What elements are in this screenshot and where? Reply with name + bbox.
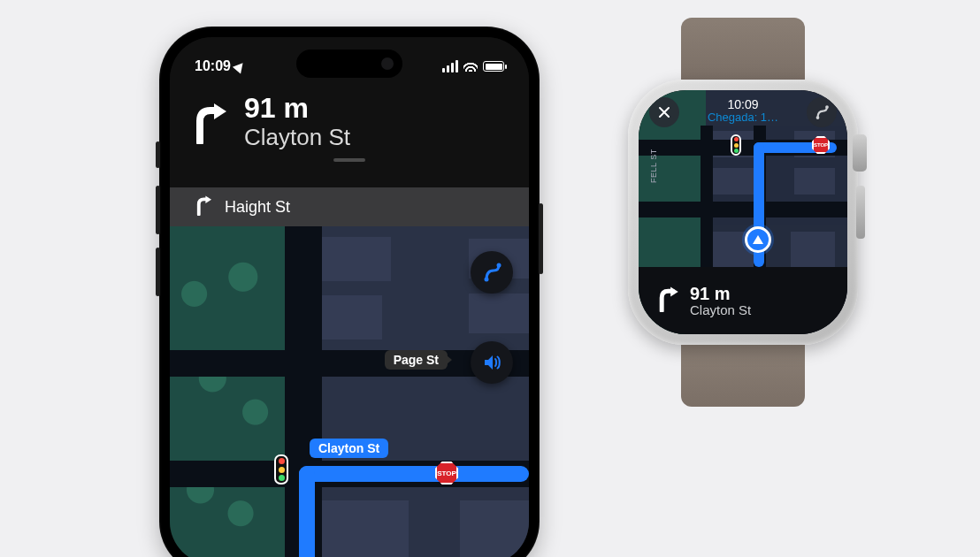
- watch-case: STOP FELL ST 10:09 Chegada: 1…: [628, 80, 858, 345]
- route-line: [299, 466, 529, 482]
- phone-side-button: [156, 141, 160, 168]
- audio-button[interactable]: [471, 341, 513, 384]
- watch-direction-street: Clayton St: [690, 302, 751, 317]
- phone-power-button: [539, 203, 543, 274]
- user-location-puck: [745, 226, 771, 253]
- phone-screen: 10:09 91 m Clayton St: [170, 37, 529, 557]
- watch-band: [681, 18, 805, 80]
- stop-sign-icon: STOP: [435, 462, 458, 485]
- traffic-light-icon: [274, 454, 288, 485]
- route-overview-button[interactable]: [807, 97, 837, 127]
- watch-side-button: [856, 186, 865, 239]
- stop-sign-icon: STOP: [812, 136, 830, 154]
- watch-time: 10:09: [708, 97, 778, 111]
- iphone-device: 10:09 91 m Clayton St: [159, 27, 540, 557]
- turn-right-icon: [656, 286, 679, 316]
- street-label-fell: FELL ST: [649, 149, 658, 183]
- phone-volume-down: [156, 248, 160, 296]
- battery-icon: [483, 61, 504, 72]
- watch-arrival-label: Chegada: 1…: [708, 111, 778, 125]
- watch-direction-distance: 91 m: [690, 285, 751, 302]
- svg-point-3: [825, 105, 829, 109]
- turn-right-icon: [191, 102, 228, 144]
- next-step-street: Haight St: [225, 198, 290, 217]
- route-line: [299, 466, 315, 557]
- watch-screen: STOP FELL ST 10:09 Chegada: 1…: [639, 90, 847, 334]
- street-label-clayton: Clayton St: [310, 439, 388, 458]
- route-overview-button[interactable]: [471, 251, 513, 294]
- map-view[interactable]: Clayton St Page St STOP: [170, 226, 529, 557]
- location-icon: [233, 59, 247, 73]
- map-park: [170, 226, 292, 557]
- map-road: [701, 126, 713, 267]
- phone-volume-up: [156, 186, 160, 234]
- map-road: [639, 202, 847, 217]
- status-time: 10:09: [195, 58, 231, 74]
- next-step-row[interactable]: Haight St: [170, 187, 529, 226]
- drag-handle[interactable]: [333, 158, 365, 162]
- dynamic-island: [296, 50, 402, 78]
- svg-point-2: [816, 116, 820, 119]
- digital-crown: [853, 134, 867, 172]
- apple-watch-device: STOP FELL ST 10:09 Chegada: 1…: [619, 18, 867, 407]
- traffic-light-icon: [731, 134, 741, 156]
- svg-point-1: [497, 263, 501, 268]
- street-label-page: Page St: [385, 350, 448, 370]
- watch-status-bar: 10:09 Chegada: 1…: [639, 97, 847, 127]
- watch-direction-banner[interactable]: 91 m Clayton St: [639, 267, 847, 334]
- direction-street: Clayton St: [244, 124, 350, 151]
- turn-right-icon: [195, 195, 212, 220]
- svg-point-0: [485, 278, 489, 282]
- cellular-icon: [442, 60, 458, 72]
- watch-band: [681, 345, 805, 407]
- wifi-icon: [463, 61, 478, 72]
- close-button[interactable]: [649, 97, 679, 127]
- direction-distance: 91 m: [244, 94, 350, 122]
